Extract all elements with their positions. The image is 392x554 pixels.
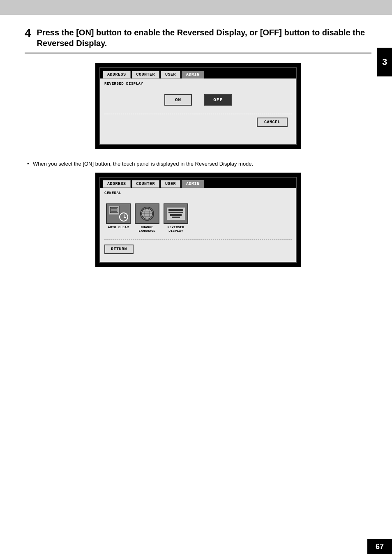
screen1-tab-bar: ADDRESS COUNTER USER ADMIN — [100, 68, 296, 78]
tab-user-1[interactable]: USER — [161, 71, 180, 78]
screen1-content: REVERSED DISPLAY ON OFF CANCEL — [100, 78, 296, 144]
tab-admin-2[interactable]: ADMIN — [182, 180, 204, 188]
screen2-content: GENERAL — [100, 188, 296, 262]
screen1-wrapper: ADDRESS COUNTER USER ADMIN REVERSED DISP… — [25, 63, 371, 156]
auto-clear-label: AUTO CLEAR — [108, 225, 129, 229]
bullet-text: When you select the [ON] button, the tou… — [25, 161, 371, 167]
screen1-inner: ADDRESS COUNTER USER ADMIN REVERSED DISP… — [99, 67, 297, 145]
top-bar — [0, 0, 392, 15]
auto-clear-item[interactable]: AUTO CLEAR — [106, 203, 131, 233]
change-language-label: CHANGELANGUAGE — [139, 225, 156, 233]
screen2-tab-bar: ADDRESS COUNTER USER ADMIN — [100, 178, 296, 188]
step-heading: 4 Press the [ON] button to enable the Re… — [25, 27, 371, 53]
step-number: 4 — [25, 27, 31, 40]
tab-admin-1[interactable]: ADMIN — [182, 71, 204, 78]
auto-clear-icon-box — [106, 203, 131, 224]
icon-grid: AUTO CLEAR — [104, 203, 292, 233]
reversed-display-label: REVERSEDDISPLAY — [168, 225, 184, 233]
screen2-divider — [104, 239, 292, 240]
screen2-wrapper: ADDRESS COUNTER USER ADMIN GENERAL — [25, 173, 371, 273]
screen2-inner: ADDRESS COUNTER USER ADMIN GENERAL — [99, 177, 297, 263]
return-button[interactable]: RETURN — [104, 245, 134, 254]
tab-address-2[interactable]: ADDRESS — [103, 180, 131, 188]
change-language-item[interactable]: CHANGELANGUAGE — [135, 203, 159, 233]
tab-counter-1[interactable]: COUNTER — [132, 71, 160, 78]
clock-circle-icon — [119, 212, 128, 222]
reversed-display-icon-box — [164, 203, 188, 224]
tab-user-2[interactable]: USER — [161, 180, 180, 188]
off-button[interactable]: OFF — [204, 94, 232, 106]
chapter-tab: 3 — [377, 48, 392, 76]
on-button[interactable]: ON — [164, 94, 192, 106]
screen1-mockup: ADDRESS COUNTER USER ADMIN REVERSED DISP… — [95, 63, 301, 149]
reversed-icon — [167, 208, 185, 220]
reversed-display-item[interactable]: REVERSEDDISPLAY — [164, 203, 188, 233]
chapter-number: 3 — [382, 57, 387, 67]
screen2-section-label: GENERAL — [104, 191, 292, 195]
cancel-area: CANCEL — [104, 118, 292, 127]
step-text: Press the [ON] button to enable the Reve… — [37, 27, 371, 48]
screen1-divider — [104, 114, 292, 114]
main-content: 3 4 Press the [ON] button to enable the … — [0, 15, 392, 286]
tab-address-1[interactable]: ADDRESS — [103, 71, 131, 78]
page-number: 67 — [367, 539, 392, 554]
globe-icon — [140, 207, 154, 221]
cancel-button[interactable]: CANCEL — [257, 118, 288, 127]
tab-counter-2[interactable]: COUNTER — [132, 180, 160, 188]
screen1-section-label: REVERSED DISPLAY — [104, 82, 292, 86]
screen2-mockup: ADDRESS COUNTER USER ADMIN GENERAL — [95, 173, 301, 267]
change-language-icon-box — [135, 203, 159, 224]
return-area: RETURN — [104, 243, 292, 254]
toggle-area: ON OFF — [104, 94, 292, 106]
